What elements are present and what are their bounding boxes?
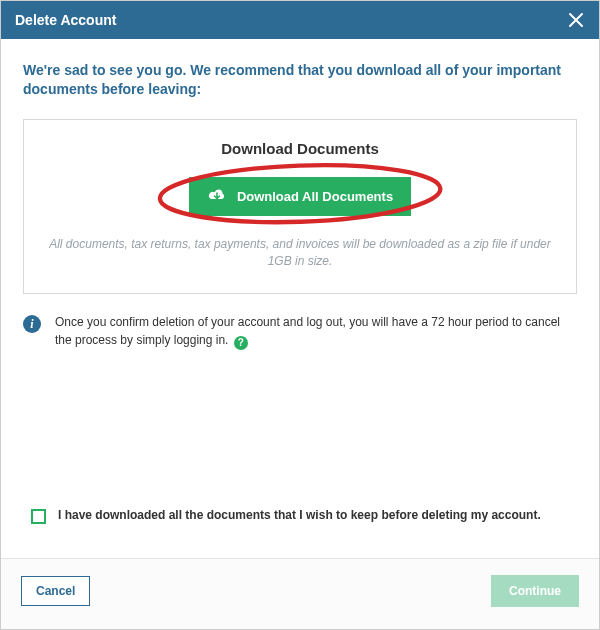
download-button-wrap: Download All Documents xyxy=(159,167,441,234)
download-note: All documents, tax returns, tax payments… xyxy=(44,236,556,270)
cloud-download-icon xyxy=(207,187,227,206)
modal-header: Delete Account xyxy=(1,1,599,39)
confirm-label: I have downloaded all the documents that… xyxy=(58,507,541,524)
confirm-checkbox[interactable] xyxy=(31,509,46,524)
delete-account-modal: Delete Account We're sad to see you go. … xyxy=(0,0,600,630)
download-title: Download Documents xyxy=(44,140,556,157)
confirm-row: I have downloaded all the documents that… xyxy=(23,507,577,548)
download-panel: Download Documents Download All Document… xyxy=(23,119,577,295)
info-text-content: Once you confirm deletion of your accoun… xyxy=(55,315,560,346)
modal-footer: Cancel Continue xyxy=(1,558,599,629)
cancel-button[interactable]: Cancel xyxy=(21,576,90,606)
continue-button[interactable]: Continue xyxy=(491,575,579,607)
download-all-button[interactable]: Download All Documents xyxy=(189,177,411,216)
info-row: i Once you confirm deletion of your acco… xyxy=(23,314,577,350)
help-icon[interactable]: ? xyxy=(234,336,248,350)
close-icon[interactable] xyxy=(567,11,585,29)
info-icon: i xyxy=(23,315,41,333)
download-button-label: Download All Documents xyxy=(237,189,393,204)
modal-body: We're sad to see you go. We recommend th… xyxy=(1,39,599,558)
intro-text: We're sad to see you go. We recommend th… xyxy=(23,61,577,99)
modal-title: Delete Account xyxy=(15,12,116,28)
info-text: Once you confirm deletion of your accoun… xyxy=(55,314,577,350)
